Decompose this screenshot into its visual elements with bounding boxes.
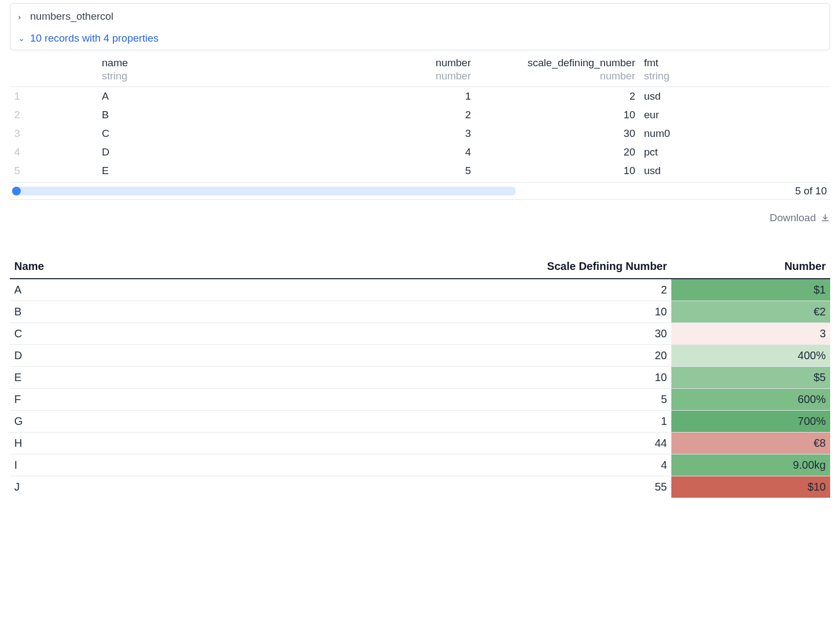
preview-index-type [10,70,97,87]
preview-table: namenumberscale_defining_numberfmtstring… [10,54,830,180]
table-row: J55$10 [10,476,830,498]
preview-row-index: 3 [10,124,97,143]
result-cell-scale: 20 [163,345,671,367]
preview-col-header: number [338,54,475,70]
result-cell-name: F [10,389,163,411]
result-cell-number: 3 [671,323,830,345]
download-icon [820,213,830,223]
table-row: H44€8 [10,433,830,454]
pager-row: 5 of 10 [10,182,830,200]
result-cell-scale: 44 [163,433,671,454]
table-row: G1700% [10,411,830,433]
table-row: E10$5 [10,367,830,389]
table-row: A2$1 [10,279,830,301]
chevron-right-icon: › [18,12,26,21]
query-title: numbers_othercol [30,10,113,22]
table-row: I49.00kg [10,454,830,476]
preview-col-header: fmt [640,54,830,70]
preview-cell: eur [640,106,830,124]
result-cell-name: C [10,323,163,345]
result-cell-scale: 10 [163,367,671,389]
result-cell-name: D [10,345,163,367]
pager-text: 5 of 10 [795,185,827,197]
result-cell-number: 700% [671,411,830,433]
preview-cell: 1 [338,87,475,106]
result-cell-name: J [10,476,163,498]
result-cell-scale: 1 [163,411,671,433]
preview-cell: C [97,124,338,143]
table-row: D20400% [10,345,830,367]
query-card: › numbers_othercol ⌄ 10 records with 4 p… [10,3,830,50]
result-cell-scale: 30 [163,323,671,345]
query-subtitle: 10 records with 4 properties [30,32,158,44]
result-cell-number: 600% [671,389,830,411]
result-cell-number: $10 [671,476,830,498]
preview-row-index: 2 [10,106,97,124]
preview-row-index: 1 [10,87,97,106]
table-row: B10€2 [10,301,830,323]
chevron-down-icon: ⌄ [18,33,26,43]
preview-col-header: name [97,54,338,70]
preview-cell: pct [640,143,830,162]
result-cell-scale: 2 [163,279,671,301]
preview-col-type: number [338,70,475,87]
result-cell-number: 9.00kg [671,454,830,476]
query-subtitle-row[interactable]: ⌄ 10 records with 4 properties [18,32,822,44]
pager-slider[interactable] [12,187,516,195]
result-col-scale: Scale Defining Number [163,257,671,279]
preview-cell: 10 [475,106,640,124]
preview-cell: D [97,143,338,162]
table-row: F5600% [10,389,830,411]
result-cell-name: B [10,301,163,323]
preview-col-type: string [97,70,338,87]
result-cell-scale: 10 [163,301,671,323]
result-cell-scale: 4 [163,454,671,476]
table-row: C303 [10,323,830,345]
preview-index-header [10,54,97,70]
result-header-row: Name Scale Defining Number Number [10,257,830,279]
preview-row-index: 5 [10,162,97,180]
result-cell-name: G [10,411,163,433]
result-cell-number: €2 [671,301,830,323]
preview-cell: usd [640,87,830,106]
preview-row-index: 4 [10,143,97,162]
result-cell-name: I [10,454,163,476]
result-cell-number: 400% [671,345,830,367]
result-cell-name: E [10,367,163,389]
preview-cell: 30 [475,124,640,143]
pager-thumb[interactable] [12,187,21,195]
result-cell-name: A [10,279,163,301]
result-col-name: Name [10,257,163,279]
preview-cell: 2 [338,106,475,124]
preview-cell: 4 [338,143,475,162]
preview-cell: num0 [640,124,830,143]
preview-cell: 10 [475,162,640,180]
result-table: Name Scale Defining Number Number A2$1B1… [10,257,830,498]
result-cell-name: H [10,433,163,454]
result-cell-number: $1 [671,279,830,301]
query-title-row[interactable]: › numbers_othercol [18,10,822,22]
preview-cell: E [97,162,338,180]
preview-col-header: scale_defining_number [475,54,640,70]
preview-cell: 5 [338,162,475,180]
preview-col-type: string [640,70,830,87]
preview-cell: B [97,106,338,124]
preview-col-type: number [475,70,640,87]
preview-cell: 2 [475,87,640,106]
preview-cell: usd [640,162,830,180]
result-cell-scale: 5 [163,389,671,411]
result-cell-scale: 55 [163,476,671,498]
preview-cell: 20 [475,143,640,162]
result-cell-number: €8 [671,433,830,454]
preview-cell: A [97,87,338,106]
download-label: Download [770,212,816,224]
result-cell-number: $5 [671,367,830,389]
preview-cell: 3 [338,124,475,143]
download-button[interactable]: Download [10,212,830,224]
result-col-number: Number [671,257,830,279]
